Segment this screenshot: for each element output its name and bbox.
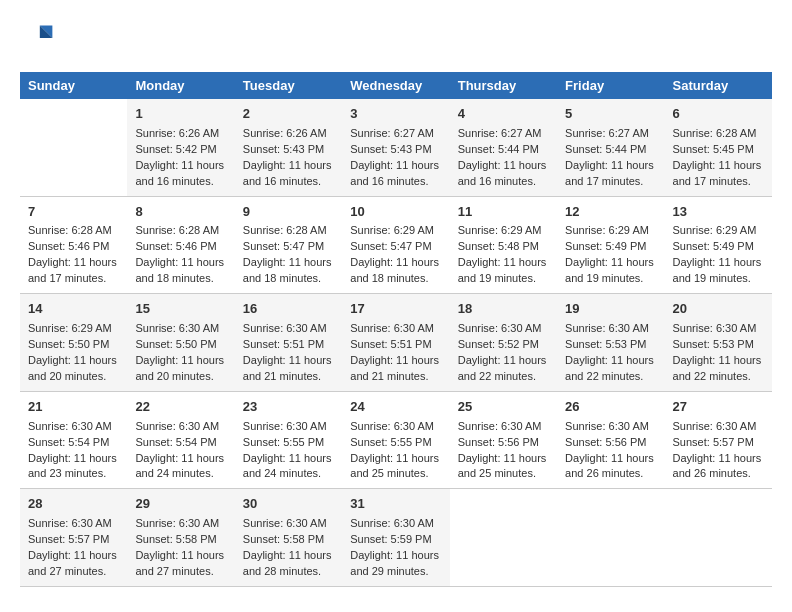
calendar-cell: 31Sunrise: 6:30 AMSunset: 5:59 PMDayligh… bbox=[342, 489, 449, 587]
calendar-cell bbox=[450, 489, 557, 587]
sunrise-text: Sunrise: 6:30 AM bbox=[243, 517, 327, 529]
daylight-text: Daylight: 11 hours and 25 minutes. bbox=[350, 452, 439, 480]
daylight-text: Daylight: 11 hours and 18 minutes. bbox=[243, 256, 332, 284]
weekday-header-wednesday: Wednesday bbox=[342, 72, 449, 99]
daylight-text: Daylight: 11 hours and 16 minutes. bbox=[350, 159, 439, 187]
daylight-text: Daylight: 11 hours and 16 minutes. bbox=[243, 159, 332, 187]
calendar-cell: 26Sunrise: 6:30 AMSunset: 5:56 PMDayligh… bbox=[557, 391, 664, 489]
sunset-text: Sunset: 5:44 PM bbox=[565, 143, 646, 155]
sunset-text: Sunset: 5:54 PM bbox=[28, 436, 109, 448]
sunrise-text: Sunrise: 6:26 AM bbox=[243, 127, 327, 139]
sunrise-text: Sunrise: 6:26 AM bbox=[135, 127, 219, 139]
day-number: 7 bbox=[28, 203, 119, 222]
day-number: 21 bbox=[28, 398, 119, 417]
sunset-text: Sunset: 5:47 PM bbox=[243, 240, 324, 252]
daylight-text: Daylight: 11 hours and 21 minutes. bbox=[350, 354, 439, 382]
sunset-text: Sunset: 5:47 PM bbox=[350, 240, 431, 252]
sunset-text: Sunset: 5:57 PM bbox=[673, 436, 754, 448]
calendar-cell: 28Sunrise: 6:30 AMSunset: 5:57 PMDayligh… bbox=[20, 489, 127, 587]
weekday-header-friday: Friday bbox=[557, 72, 664, 99]
daylight-text: Daylight: 11 hours and 25 minutes. bbox=[458, 452, 547, 480]
calendar-cell: 21Sunrise: 6:30 AMSunset: 5:54 PMDayligh… bbox=[20, 391, 127, 489]
sunrise-text: Sunrise: 6:28 AM bbox=[243, 224, 327, 236]
sunset-text: Sunset: 5:56 PM bbox=[458, 436, 539, 448]
daylight-text: Daylight: 11 hours and 19 minutes. bbox=[458, 256, 547, 284]
day-number: 31 bbox=[350, 495, 441, 514]
sunset-text: Sunset: 5:58 PM bbox=[135, 533, 216, 545]
calendar-cell: 5Sunrise: 6:27 AMSunset: 5:44 PMDaylight… bbox=[557, 99, 664, 196]
sunrise-text: Sunrise: 6:30 AM bbox=[135, 322, 219, 334]
logo-icon bbox=[20, 20, 56, 56]
calendar-cell bbox=[557, 489, 664, 587]
sunrise-text: Sunrise: 6:30 AM bbox=[565, 322, 649, 334]
calendar-cell: 25Sunrise: 6:30 AMSunset: 5:56 PMDayligh… bbox=[450, 391, 557, 489]
calendar-cell: 8Sunrise: 6:28 AMSunset: 5:46 PMDaylight… bbox=[127, 196, 234, 294]
calendar-cell bbox=[20, 99, 127, 196]
day-number: 14 bbox=[28, 300, 119, 319]
sunset-text: Sunset: 5:53 PM bbox=[673, 338, 754, 350]
sunrise-text: Sunrise: 6:30 AM bbox=[565, 420, 649, 432]
day-number: 27 bbox=[673, 398, 764, 417]
calendar-cell: 6Sunrise: 6:28 AMSunset: 5:45 PMDaylight… bbox=[665, 99, 772, 196]
calendar-week-row: 28Sunrise: 6:30 AMSunset: 5:57 PMDayligh… bbox=[20, 489, 772, 587]
sunrise-text: Sunrise: 6:30 AM bbox=[350, 420, 434, 432]
day-number: 19 bbox=[565, 300, 656, 319]
weekday-header-thursday: Thursday bbox=[450, 72, 557, 99]
sunrise-text: Sunrise: 6:30 AM bbox=[243, 322, 327, 334]
day-number: 30 bbox=[243, 495, 334, 514]
daylight-text: Daylight: 11 hours and 28 minutes. bbox=[243, 549, 332, 577]
sunset-text: Sunset: 5:45 PM bbox=[673, 143, 754, 155]
daylight-text: Daylight: 11 hours and 21 minutes. bbox=[243, 354, 332, 382]
sunset-text: Sunset: 5:58 PM bbox=[243, 533, 324, 545]
sunrise-text: Sunrise: 6:28 AM bbox=[673, 127, 757, 139]
day-number: 4 bbox=[458, 105, 549, 124]
sunset-text: Sunset: 5:53 PM bbox=[565, 338, 646, 350]
sunset-text: Sunset: 5:56 PM bbox=[565, 436, 646, 448]
calendar-cell: 12Sunrise: 6:29 AMSunset: 5:49 PMDayligh… bbox=[557, 196, 664, 294]
calendar-cell: 9Sunrise: 6:28 AMSunset: 5:47 PMDaylight… bbox=[235, 196, 342, 294]
calendar-table: SundayMondayTuesdayWednesdayThursdayFrid… bbox=[20, 72, 772, 587]
daylight-text: Daylight: 11 hours and 18 minutes. bbox=[350, 256, 439, 284]
sunset-text: Sunset: 5:55 PM bbox=[243, 436, 324, 448]
calendar-cell: 7Sunrise: 6:28 AMSunset: 5:46 PMDaylight… bbox=[20, 196, 127, 294]
daylight-text: Daylight: 11 hours and 27 minutes. bbox=[135, 549, 224, 577]
day-number: 28 bbox=[28, 495, 119, 514]
daylight-text: Daylight: 11 hours and 23 minutes. bbox=[28, 452, 117, 480]
calendar-week-row: 14Sunrise: 6:29 AMSunset: 5:50 PMDayligh… bbox=[20, 294, 772, 392]
sunrise-text: Sunrise: 6:30 AM bbox=[243, 420, 327, 432]
sunset-text: Sunset: 5:43 PM bbox=[243, 143, 324, 155]
sunset-text: Sunset: 5:55 PM bbox=[350, 436, 431, 448]
day-number: 26 bbox=[565, 398, 656, 417]
sunrise-text: Sunrise: 6:30 AM bbox=[350, 517, 434, 529]
sunrise-text: Sunrise: 6:27 AM bbox=[458, 127, 542, 139]
day-number: 11 bbox=[458, 203, 549, 222]
sunset-text: Sunset: 5:49 PM bbox=[673, 240, 754, 252]
sunrise-text: Sunrise: 6:30 AM bbox=[458, 322, 542, 334]
sunset-text: Sunset: 5:54 PM bbox=[135, 436, 216, 448]
sunset-text: Sunset: 5:42 PM bbox=[135, 143, 216, 155]
day-number: 6 bbox=[673, 105, 764, 124]
daylight-text: Daylight: 11 hours and 22 minutes. bbox=[458, 354, 547, 382]
daylight-text: Daylight: 11 hours and 29 minutes. bbox=[350, 549, 439, 577]
calendar-cell: 11Sunrise: 6:29 AMSunset: 5:48 PMDayligh… bbox=[450, 196, 557, 294]
sunrise-text: Sunrise: 6:30 AM bbox=[28, 517, 112, 529]
sunset-text: Sunset: 5:43 PM bbox=[350, 143, 431, 155]
sunset-text: Sunset: 5:52 PM bbox=[458, 338, 539, 350]
weekday-header-monday: Monday bbox=[127, 72, 234, 99]
calendar-week-row: 21Sunrise: 6:30 AMSunset: 5:54 PMDayligh… bbox=[20, 391, 772, 489]
calendar-cell: 2Sunrise: 6:26 AMSunset: 5:43 PMDaylight… bbox=[235, 99, 342, 196]
daylight-text: Daylight: 11 hours and 22 minutes. bbox=[673, 354, 762, 382]
day-number: 5 bbox=[565, 105, 656, 124]
day-number: 2 bbox=[243, 105, 334, 124]
sunrise-text: Sunrise: 6:30 AM bbox=[135, 420, 219, 432]
calendar-cell: 29Sunrise: 6:30 AMSunset: 5:58 PMDayligh… bbox=[127, 489, 234, 587]
sunrise-text: Sunrise: 6:30 AM bbox=[673, 322, 757, 334]
sunrise-text: Sunrise: 6:29 AM bbox=[673, 224, 757, 236]
sunrise-text: Sunrise: 6:29 AM bbox=[458, 224, 542, 236]
day-number: 29 bbox=[135, 495, 226, 514]
daylight-text: Daylight: 11 hours and 26 minutes. bbox=[565, 452, 654, 480]
sunset-text: Sunset: 5:46 PM bbox=[28, 240, 109, 252]
sunrise-text: Sunrise: 6:30 AM bbox=[28, 420, 112, 432]
calendar-cell: 10Sunrise: 6:29 AMSunset: 5:47 PMDayligh… bbox=[342, 196, 449, 294]
day-number: 8 bbox=[135, 203, 226, 222]
